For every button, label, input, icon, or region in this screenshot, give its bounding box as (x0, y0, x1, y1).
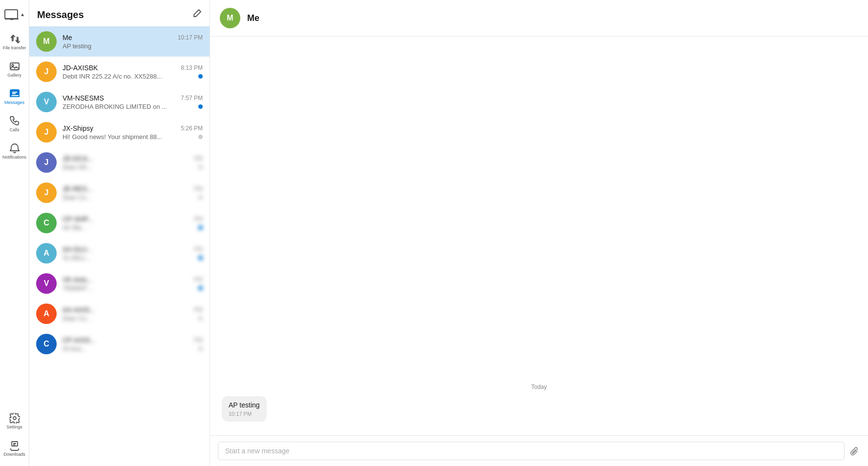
nav-item-file-transfer[interactable]: File transfer (2, 29, 27, 55)
conversation-item-cp-shp[interactable]: CCP-SHP...PMHi! We... (29, 208, 210, 238)
conv-time-ax-dlv: PM (194, 246, 203, 253)
conv-time-cp-shp: PM (194, 216, 203, 223)
conv-dot-ax-axis2 (198, 316, 203, 321)
conv-name-ax-axis2: AX-AXIS... (63, 306, 95, 314)
nav-item-downloads[interactable]: Downloads (2, 436, 27, 461)
conv-dot-me (198, 44, 203, 48)
conv-name-ax-dlv: AX-DLV... (63, 245, 92, 253)
conv-dot-je-res (198, 195, 203, 200)
message-text-0: AP testing (229, 401, 260, 409)
conv-dot-cp-axis2 (198, 346, 203, 351)
conv-time-jx-shipsy: 5:26 PM (181, 125, 203, 132)
avatar-vm-nsesms: V (36, 92, 57, 112)
conv-dot-jd-dca (198, 165, 203, 169)
avatar-vk-axis: V (36, 273, 57, 294)
conv-name-je-res: JE-RES... (63, 185, 92, 193)
conv-preview-je-res: Dear Co... (63, 194, 91, 201)
conv-dot-vk-axis (198, 286, 203, 290)
conv-content-je-res: JE-RES...PMDear Co... (63, 185, 203, 201)
conv-preview-jd-dca: Dear AN... (63, 163, 92, 171)
chat-area: M Me TodayAP testing10:17 PM (210, 0, 868, 466)
avatar-jd-dca: J (36, 152, 57, 173)
conversation-item-jx-shipsy[interactable]: JJX-Shipsy5:26 PMHi! Good news! Your shi… (29, 117, 210, 147)
conv-content-me: Me10:17 PMAP testing (63, 34, 203, 50)
message-wrap-0: AP testing10:17 PM (222, 396, 856, 422)
avatar-jx-shipsy: J (36, 122, 57, 142)
conv-preview-cp-axis2: Hi Anu... (63, 345, 86, 352)
conv-preview-jx-shipsy: Hi! Good news! Your shipment 88... (63, 133, 162, 141)
conv-time-vm-nsesms: 7:57 PM (181, 95, 203, 101)
conv-preview-ax-dlv: To DELI... (63, 254, 90, 262)
conversation-item-jd-axisbk[interactable]: JJD-AXISBK8:13 PMDebit INR 225.22 A/c no… (29, 57, 210, 87)
conv-time-ax-axis2: PM (194, 306, 203, 313)
svg-rect-0 (5, 10, 18, 19)
avatar-ax-axis2: A (36, 304, 57, 324)
conversation-item-jd-dca[interactable]: JJD-DCA...PMDear AN... (29, 147, 210, 178)
conv-dot-jd-axisbk (198, 74, 203, 79)
nav-label-settings: Settings (6, 425, 22, 429)
conversation-item-ax-axis2[interactable]: AAX-AXIS...PMDear Co... (29, 299, 210, 329)
conv-name-cp-axis2: CP-AXIS... (63, 336, 96, 344)
conv-content-ax-dlv: AX-DLV...PMTo DELI... (63, 245, 203, 262)
conv-name-vk-axis: VK-Axis... (63, 276, 92, 284)
conv-content-jx-shipsy: JX-Shipsy5:26 PMHi! Good news! Your ship… (63, 124, 203, 141)
conv-dot-cp-shp (198, 225, 203, 230)
conv-name-me: Me (63, 34, 72, 41)
svg-point-7 (13, 417, 16, 420)
conv-list-scroll: MMe10:17 PMAP testingJJD-AXISBK8:13 PMDe… (29, 26, 210, 466)
conv-preview-vm-nsesms: ZERODHA BROKING LIMITED on ... (63, 103, 167, 110)
nav-label-messages: Messages (4, 100, 24, 105)
conv-time-me: 10:17 PM (178, 34, 203, 41)
chat-header-avatar: M (220, 8, 240, 28)
nav-label-calls: Calls (9, 127, 19, 132)
avatar-cp-shp: C (36, 213, 57, 233)
nav-item-settings[interactable]: Settings (2, 408, 27, 434)
conv-header-title: Messages (37, 9, 84, 20)
conv-content-jd-axisbk: JD-AXISBK8:13 PMDebit INR 225.22 A/c no.… (63, 64, 203, 80)
avatar-me: M (36, 31, 57, 52)
conv-name-jd-dca: JD-DCA... (63, 155, 93, 162)
nav-label-downloads: Downloads (3, 452, 25, 457)
conv-dot-ax-dlv (198, 256, 203, 260)
conv-preview-ax-axis2: Dear Co... (63, 315, 91, 322)
nav-bar: File transfer Gallery Messages Calls Not… (0, 0, 29, 466)
nav-item-calls[interactable]: Calls (2, 111, 27, 137)
conv-content-jd-dca: JD-DCA...PMDear AN... (63, 155, 203, 171)
conv-dot-vm-nsesms (198, 104, 203, 109)
compose-icon[interactable] (192, 9, 202, 20)
conv-content-ax-axis2: AX-AXIS...PMDear Co... (63, 306, 203, 322)
message-bubble-0: AP testing10:17 PM (222, 396, 267, 422)
conversation-item-ax-dlv[interactable]: AAX-DLV...PMTo DELI... (29, 238, 210, 268)
conv-preview-vk-axis: 7500007... (63, 284, 92, 292)
svg-marker-2 (21, 13, 24, 16)
conv-preview-jd-axisbk: Debit INR 225.22 A/c no. XX5288... (63, 73, 162, 80)
chat-messages: TodayAP testing10:17 PM (210, 37, 868, 435)
avatar-cp-axis2: C (36, 334, 57, 354)
nav-item-gallery[interactable]: Gallery (2, 57, 27, 82)
conv-header: Messages (29, 0, 210, 26)
conv-time-cp-axis2: PM (194, 337, 203, 344)
conversation-item-vk-axis[interactable]: VVK-Axis...PM7500007... (29, 268, 210, 299)
conv-time-jd-dca: PM (194, 155, 203, 162)
window-icon (2, 5, 27, 24)
message-input[interactable] (218, 442, 845, 460)
nav-label-gallery: Gallery (7, 73, 21, 78)
nav-item-messages[interactable]: Messages (2, 84, 27, 109)
conv-name-jx-shipsy: JX-Shipsy (63, 124, 93, 132)
conversation-item-cp-axis2[interactable]: CCP-AXIS...PMHi Anu... (29, 329, 210, 359)
conversation-item-je-res[interactable]: JJE-RES...PMDear Co... (29, 178, 210, 208)
conversation-item-me[interactable]: MMe10:17 PMAP testing (29, 26, 210, 57)
chat-header-name: Me (247, 13, 259, 23)
conv-time-je-res: PM (194, 185, 203, 192)
conv-content-cp-axis2: CP-AXIS...PMHi Anu... (63, 336, 203, 352)
conv-name-jd-axisbk: JD-AXISBK (63, 64, 98, 72)
conv-name-cp-shp: CP-SHP... (63, 215, 93, 223)
conv-time-jd-axisbk: 8:13 PM (181, 64, 203, 71)
attach-icon[interactable] (848, 445, 860, 457)
conv-dot-jx-shipsy (198, 135, 203, 139)
avatar-jd-axisbk: J (36, 61, 57, 82)
conversation-item-vm-nsesms[interactable]: VVM-NSESMS7:57 PMZERODHA BROKING LIMITED… (29, 87, 210, 117)
message-time-0: 10:17 PM (229, 411, 260, 417)
nav-item-notifications[interactable]: Notifications (2, 139, 27, 164)
chat-header: M Me (210, 0, 868, 37)
